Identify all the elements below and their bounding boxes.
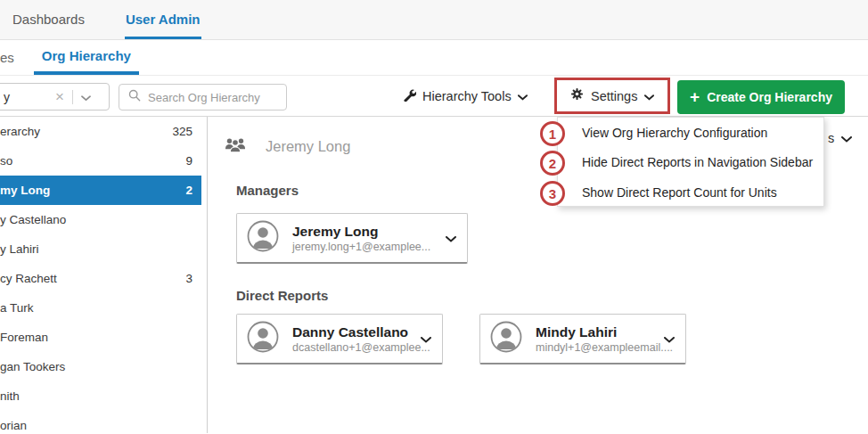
wrench-icon: [403, 88, 416, 105]
search-icon: [128, 89, 141, 105]
managers-heading: Managers: [236, 183, 299, 198]
direct-report-card[interactable]: Mindy Lahiri mindyl+1@exampleemail....: [479, 314, 686, 364]
annotation-badge-3: 3: [540, 181, 565, 206]
search-input[interactable]: [148, 91, 279, 104]
sidebar-item[interactable]: cy Rachett 3: [0, 264, 201, 293]
sidebar-item[interactable]: erarchy 325: [0, 117, 201, 146]
person-email: mindyl+1@exampleemail....: [536, 341, 664, 354]
tab-user-admin[interactable]: User Admin: [125, 0, 201, 39]
sidebar-item[interactable]: so 9: [0, 146, 201, 176]
menu-item-view-org-hierarchy-configuration[interactable]: View Org Hierarchy Configuration: [558, 118, 823, 148]
chevron-down-icon: [644, 88, 654, 104]
settings-menu: View Org Hierarchy Configuration Hide Di…: [557, 117, 824, 207]
sidebar-item[interactable]: nith: [0, 381, 201, 411]
tab-cutoff-fragment[interactable]: es: [0, 40, 14, 75]
chevron-down-icon[interactable]: [664, 331, 675, 347]
hierarchy-select-value: y: [4, 90, 10, 104]
sidebar-item-selected[interactable]: my Long 2: [0, 176, 201, 205]
sidebar-item[interactable]: a Turk: [0, 293, 201, 323]
person-name: Jeremy Long: [292, 224, 430, 240]
actions-dropdown-partial[interactable]: s: [828, 131, 852, 145]
direct-report-count: 3: [185, 272, 201, 285]
sidebar-item[interactable]: y Lahiri: [0, 234, 201, 264]
create-org-hierarchy-label: Create Org Hierarchy: [707, 90, 832, 104]
chevron-down-icon[interactable]: [421, 331, 431, 347]
app-nav: Dashboards User Admin: [0, 0, 868, 40]
menu-item-hide-direct-reports[interactable]: Hide Direct Reports in Navigation Sideba…: [558, 148, 823, 178]
sidebar-item[interactable]: y Castellano: [0, 205, 201, 234]
sidebar-item[interactable]: Foreman: [0, 323, 201, 352]
direct-reports-heading: Direct Reports: [236, 288, 328, 303]
selected-person-title: Jeremy Long: [266, 138, 350, 155]
plus-icon: +: [690, 88, 700, 105]
direct-report-card[interactable]: Danny Castellano dcastellano+1@examplee.…: [236, 314, 443, 364]
tab-dashboards[interactable]: Dashboards: [12, 0, 86, 39]
annotation-badge-1: 1: [540, 121, 565, 146]
settings-label: Settings: [591, 89, 637, 103]
avatar: [247, 321, 279, 356]
org-hierarchy-screen: Dashboards User Admin es Org Hierarchy y…: [0, 0, 868, 434]
gear-icon: [570, 87, 584, 104]
search-box: [119, 84, 287, 111]
menu-item-show-direct-report-count[interactable]: Show Direct Report Count for Units: [558, 177, 823, 208]
org-navigation-sidebar: erarchy 325 so 9 my Long 2 y Castellano …: [0, 117, 208, 433]
direct-report-count: 325: [172, 125, 201, 138]
person-name: Danny Castellano: [292, 324, 421, 340]
direct-report-count: 2: [185, 184, 201, 197]
avatar: [247, 220, 279, 256]
divider: [72, 90, 73, 104]
sub-nav: es Org Hierarchy: [0, 40, 868, 76]
toolbar: y × Hierarchy Tools: [0, 76, 868, 117]
annotation-badge-2: 2: [540, 151, 565, 176]
person-email: jeremy.long+1@examplee...: [292, 241, 430, 253]
hierarchy-select[interactable]: y ×: [0, 83, 110, 111]
chevron-down-icon[interactable]: [446, 230, 456, 246]
group-people-icon: [225, 136, 246, 156]
hierarchy-tools-label: Hierarchy Tools: [422, 89, 512, 103]
detail-header: Jeremy Long: [225, 136, 350, 156]
create-org-hierarchy-button[interactable]: + Create Org Hierarchy: [677, 80, 845, 114]
person-email: dcastellano+1@examplee...: [292, 341, 421, 354]
manager-card[interactable]: Jeremy Long jeremy.long+1@examplee...: [236, 213, 468, 264]
sidebar-item[interactable]: gan Tookers: [0, 352, 201, 381]
chevron-down-icon: [518, 88, 528, 104]
direct-report-count: 9: [185, 154, 201, 168]
hierarchy-tools-dropdown[interactable]: Hierarchy Tools: [403, 76, 528, 117]
settings-dropdown[interactable]: Settings: [554, 78, 670, 114]
chevron-down-icon[interactable]: [81, 89, 91, 105]
person-name: Mindy Lahiri: [536, 324, 664, 340]
clear-icon[interactable]: ×: [55, 89, 64, 104]
sidebar-item[interactable]: orian: [0, 411, 201, 434]
avatar: [490, 321, 522, 356]
tab-org-hierarchy[interactable]: Org Hierarchy: [34, 40, 139, 75]
chevron-down-icon: [841, 131, 852, 145]
